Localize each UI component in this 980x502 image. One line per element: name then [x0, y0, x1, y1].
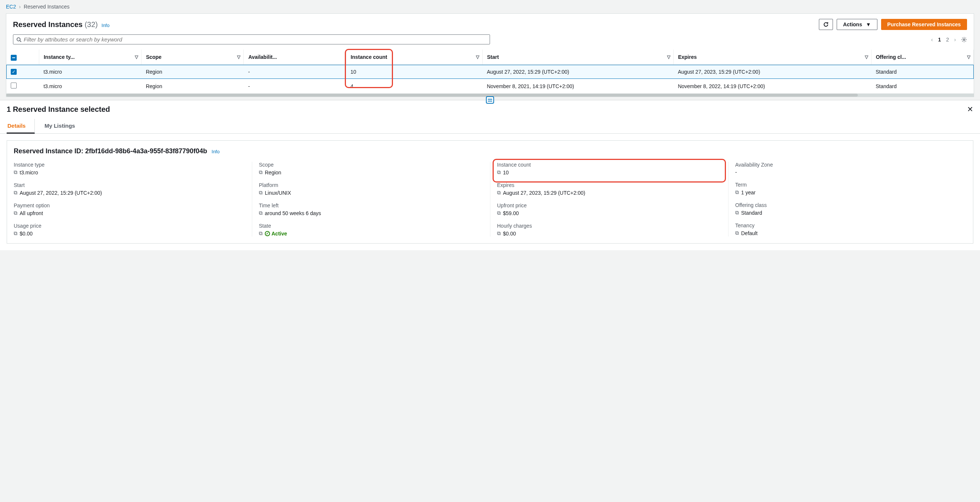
drag-handle-icon: [488, 99, 492, 100]
copy-icon[interactable]: ⧉: [259, 230, 262, 237]
kv-scope: Scope ⧉Region: [259, 162, 483, 175]
copy-icon[interactable]: ⧉: [259, 210, 262, 216]
kv-expires: Expires ⧉August 27, 2023, 15:29 (UTC+2:0…: [497, 182, 721, 196]
detail-card: Reserved Instance ID: 2fbf16dd-98b6-4a3a…: [7, 140, 973, 244]
breadcrumb-root[interactable]: EC2: [6, 4, 16, 10]
chevron-right-icon: ›: [19, 4, 21, 10]
copy-icon[interactable]: ⧉: [497, 230, 501, 237]
page-2[interactable]: 2: [946, 37, 949, 43]
kv-payment-option: Payment option ⧉All upfront: [14, 202, 245, 216]
copy-icon[interactable]: ⧉: [259, 189, 262, 196]
refresh-button[interactable]: [819, 19, 833, 30]
reserved-instances-panel: Reserved Instances (32) Info Actions ▼ P…: [6, 13, 974, 97]
cell-scope: Region: [142, 65, 244, 79]
cell-instance-count: 4: [346, 79, 482, 94]
detail-id-label: Reserved Instance ID: 2fbf16dd-98b6-4a3a…: [14, 147, 207, 155]
copy-icon[interactable]: ⧉: [735, 210, 739, 216]
search-icon: [16, 37, 21, 42]
svg-point-2: [963, 38, 965, 40]
kv-instance-type: Instance type ⧉t3.micro: [14, 162, 245, 175]
sort-icon: ▽: [237, 54, 240, 60]
row-checkbox[interactable]: [11, 69, 17, 75]
search-input[interactable]: [24, 36, 487, 43]
copy-icon[interactable]: ⧉: [735, 189, 739, 195]
page-1[interactable]: 1: [938, 37, 941, 43]
copy-icon[interactable]: ⧉: [14, 189, 18, 196]
cell-instance-count: 10: [346, 65, 482, 79]
breadcrumb-current: Reserved Instances: [24, 4, 70, 10]
sort-icon: ▽: [667, 54, 670, 60]
tab-details[interactable]: Details: [7, 119, 35, 133]
detail-panel: 1 Reserved Instance selected ✕ Details M…: [0, 100, 980, 250]
copy-icon[interactable]: ⧉: [497, 210, 501, 216]
cell-availability: -: [244, 65, 346, 79]
copy-icon[interactable]: ⧉: [14, 230, 18, 237]
cell-availability: -: [244, 79, 346, 94]
info-link[interactable]: Info: [102, 22, 110, 28]
search-box[interactable]: [13, 35, 490, 44]
col-expires[interactable]: Expires▽: [673, 49, 871, 65]
kv-availability-zone: Availability Zone -: [735, 162, 959, 175]
reserved-instances-table: Instance ty...▽ Scope▽ Availabilit... In…: [6, 49, 974, 94]
kv-platform: Platform ⧉Linux/UNIX: [259, 182, 483, 196]
col-scope[interactable]: Scope▽: [142, 49, 244, 65]
actions-dropdown[interactable]: Actions ▼: [837, 19, 877, 30]
pagination: ‹ 1 2 ›: [931, 37, 967, 43]
cell-offering: Standard: [871, 65, 973, 79]
gear-icon: [961, 37, 967, 43]
page-next[interactable]: ›: [954, 37, 956, 43]
kv-start: Start ⧉August 27, 2022, 15:29 (UTC+2:00): [14, 182, 245, 196]
close-icon: ✕: [967, 105, 973, 113]
col-checkbox[interactable]: [6, 49, 39, 65]
row-checkbox[interactable]: [11, 83, 17, 89]
kv-time-left: Time left ⧉around 50 weeks 6 days: [259, 202, 483, 216]
kv-tenancy: Tenancy ⧉Default: [735, 222, 959, 236]
detail-tabs: Details My Listings: [0, 119, 980, 133]
sort-icon: ▽: [135, 54, 138, 60]
copy-icon[interactable]: ⧉: [259, 169, 262, 175]
page-title-count: (32): [84, 21, 98, 29]
kv-usage-price: Usage price ⧉$0.00: [14, 223, 245, 237]
kv-hourly-charges: Hourly charges ⧉$0.00: [497, 223, 721, 237]
kv-upfront-price: Upfront price ⧉$59.00: [497, 202, 721, 216]
info-link[interactable]: Info: [212, 149, 220, 154]
cell-start: August 27, 2022, 15:29 (UTC+2:00): [482, 65, 673, 79]
col-instance-count[interactable]: Instance count▽: [346, 49, 482, 65]
copy-icon[interactable]: ⧉: [497, 189, 501, 196]
cell-offering: Standard: [871, 79, 973, 94]
cell-expires: August 27, 2023, 15:29 (UTC+2:00): [673, 65, 871, 79]
checkbox-indeterminate-icon: [11, 55, 17, 61]
sort-icon: ▽: [476, 54, 479, 60]
sort-icon: ▽: [967, 54, 970, 60]
annotation-highlight: [493, 159, 726, 183]
drag-handle-icon: [488, 101, 492, 102]
page-prev[interactable]: ‹: [931, 37, 933, 43]
table-row[interactable]: t3.micro Region - 4 November 8, 2021, 14…: [6, 79, 974, 94]
cell-start: November 8, 2021, 14:19 (UTC+2:00): [482, 79, 673, 94]
copy-icon[interactable]: ⧉: [14, 169, 18, 175]
kv-term: Term ⧉1 year: [735, 182, 959, 195]
close-button[interactable]: ✕: [967, 105, 973, 114]
copy-icon[interactable]: ⧉: [14, 210, 18, 216]
col-start[interactable]: Start▽: [482, 49, 673, 65]
col-availability[interactable]: Availabilit...: [244, 49, 346, 65]
tab-my-listings[interactable]: My Listings: [44, 119, 84, 133]
svg-point-0: [17, 37, 21, 41]
check-circle-icon: ✓: [265, 231, 270, 236]
cell-instance-type: t3.micro: [39, 65, 141, 79]
refresh-icon: [823, 21, 829, 27]
split-handle[interactable]: [486, 96, 494, 104]
col-offering[interactable]: Offering cl...▽: [871, 49, 973, 65]
kv-instance-count: Instance count ⧉10: [497, 162, 721, 175]
caret-down-icon: ▼: [866, 21, 871, 27]
purchase-button[interactable]: Purchase Reserved Instances: [881, 19, 967, 30]
copy-icon[interactable]: ⧉: [735, 230, 739, 236]
svg-line-1: [20, 40, 21, 42]
col-instance-type[interactable]: Instance ty...▽: [39, 49, 141, 65]
kv-state: State ⧉ ✓Active: [259, 223, 483, 237]
cell-expires: November 8, 2022, 14:19 (UTC+2:00): [673, 79, 871, 94]
kv-offering-class: Offering class ⧉Standard: [735, 202, 959, 216]
settings-button[interactable]: [961, 37, 967, 43]
table-row[interactable]: t3.micro Region - 10 August 27, 2022, 15…: [6, 65, 974, 79]
breadcrumb: EC2 › Reserved Instances: [0, 0, 980, 13]
